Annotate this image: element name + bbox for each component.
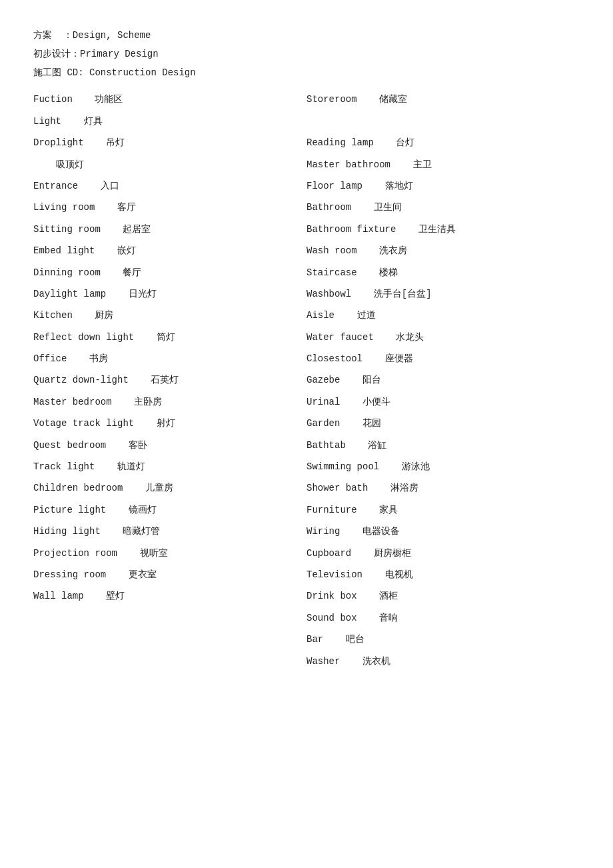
right-item-18: Cupboard 厨房橱柜 [306, 543, 580, 564]
left-item-2: Droplight 吊灯 [33, 132, 306, 153]
header-section: 方案 ：Design, Scheme 初步设计：Primary Design 施… [33, 27, 580, 82]
right-item-8: Water faucet 水龙头 [306, 327, 580, 348]
right-item-16: Furniture 家具 [306, 499, 580, 521]
header-line-3: 施工图 CD: Construction Design [33, 64, 580, 83]
right-item-15: Shower bath 淋浴房 [306, 477, 580, 499]
left-item-6: Sitting room 起居室 [33, 219, 306, 240]
right-item-21: Sound box 音响 [306, 607, 580, 629]
right-item-10: Gazebe 阳台 [306, 369, 580, 391]
right-item-11: Urinal 小便斗 [306, 391, 580, 413]
left-item-18: Children bedroom 儿童房 [33, 477, 306, 499]
right-header-spacer [306, 111, 580, 132]
left-item-14: Master bedroom 主卧房 [33, 391, 306, 413]
right-item-6: Washbowl 洗手台[台盆] [306, 283, 580, 305]
left-item-5: Living room 客厅 [33, 197, 306, 218]
left-item-3: 吸顶灯 [33, 154, 306, 175]
right-column: Storeroom 储藏室 Reading lamp 台灯 Master bat… [306, 89, 580, 672]
right-item-17: Wiring 电器设备 [306, 521, 580, 542]
left-item-4: Entrance 入口 [33, 175, 306, 197]
left-item-17: Track light 轨道灯 [33, 456, 306, 477]
left-item-11: Reflect down light 筒灯 [33, 327, 306, 348]
left-item-0: Fuction 功能区 [33, 89, 306, 110]
left-item-16: Quest bedroom 客卧 [33, 435, 306, 456]
right-item-23: Washer 洗衣机 [306, 651, 580, 672]
left-item-9: Daylight lamp 日光灯 [33, 283, 306, 305]
left-item-1: Light 灯具 [33, 111, 306, 132]
left-item-13: Quartz down-light 石英灯 [33, 369, 306, 391]
header-line-1: 方案 ：Design, Scheme [33, 27, 580, 45]
header-line-2: 初步设计：Primary Design [33, 45, 580, 64]
right-item-13: Bathtab 浴缸 [306, 435, 580, 456]
left-item-22: Dressing room 更衣室 [33, 564, 306, 585]
right-item-3: Bathroom fixture 卫生洁具 [306, 219, 580, 240]
right-header-1: Storeroom 储藏室 [306, 89, 580, 110]
left-item-15: Votage track light 射灯 [33, 413, 306, 434]
left-item-23: Wall lamp 壁灯 [33, 585, 306, 607]
right-item-14: Swimming pool 游泳池 [306, 456, 580, 477]
left-item-8: Dinning room 餐厅 [33, 262, 306, 283]
right-item-20: Drink box 酒柜 [306, 585, 580, 607]
right-item-1: Floor lamp 落地灯 [306, 175, 580, 197]
left-item-7: Embed light 嵌灯 [33, 240, 306, 261]
right-item-22: Bar 吧台 [306, 629, 580, 650]
right-item-5: Staircase 楼梯 [306, 262, 580, 283]
main-content: Fuction 功能区Light 灯具Droplight 吊灯 吸顶灯Entra… [33, 89, 580, 672]
left-item-10: Kitchen 厨房 [33, 305, 306, 326]
right-item-12: Garden 花园 [306, 413, 580, 434]
right-item-4: Wash room 洗衣房 [306, 240, 580, 261]
left-item-12: Office 书房 [33, 348, 306, 369]
right-item-9: Closestool 座便器 [306, 348, 580, 369]
right-item-0: Master bathroom 主卫 [306, 154, 580, 175]
left-item-21: Projection room 视听室 [33, 543, 306, 564]
left-item-19: Picture light 镜画灯 [33, 499, 306, 521]
right-item-19: Television 电视机 [306, 564, 580, 585]
left-item-20: Hiding light 暗藏灯管 [33, 521, 306, 542]
left-column: Fuction 功能区Light 灯具Droplight 吊灯 吸顶灯Entra… [33, 89, 306, 672]
right-item-7: Aisle 过道 [306, 305, 580, 326]
right-header-3: Reading lamp 台灯 [306, 132, 580, 153]
right-item-2: Bathroom 卫生间 [306, 197, 580, 218]
